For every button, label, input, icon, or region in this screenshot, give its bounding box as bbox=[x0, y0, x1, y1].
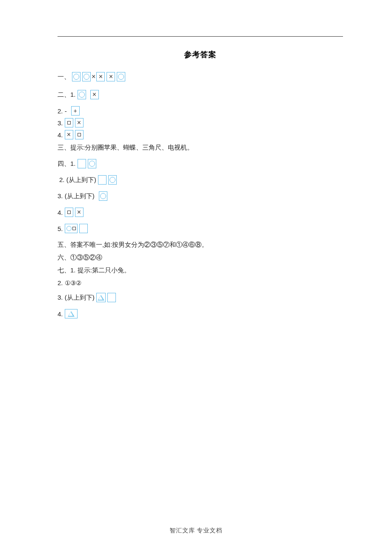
answer-line-2-2: 2. - + bbox=[58, 106, 343, 116]
label-4-4: 4. bbox=[58, 209, 63, 216]
answer-box: × bbox=[90, 90, 99, 99]
answer-box bbox=[65, 208, 73, 217]
circle-icon bbox=[110, 177, 115, 183]
answer-box bbox=[107, 293, 116, 302]
answer-box bbox=[65, 118, 73, 127]
answer-box bbox=[75, 130, 84, 139]
triangle-icon bbox=[98, 295, 104, 301]
circle-icon bbox=[100, 193, 106, 199]
answer-box: × bbox=[75, 118, 84, 127]
answer-line-3: 三、提示:分别圈苹果、蝴蝶、三角尺、电视机。 bbox=[58, 142, 343, 153]
answer-box bbox=[72, 72, 81, 81]
answer-box bbox=[78, 159, 86, 168]
page-title: 参考答案 bbox=[58, 49, 343, 60]
answer-line-4-4: 4. × bbox=[58, 207, 343, 217]
label-4-1: 四、1. bbox=[58, 160, 76, 168]
cross-icon: × bbox=[92, 73, 95, 80]
answer-line-7-1: 七、1. 提示:第二只小兔。 bbox=[58, 265, 343, 275]
label-4-5: 5. bbox=[58, 225, 63, 232]
circle-icon bbox=[84, 74, 89, 80]
answer-line-2-1: 二、1. × bbox=[58, 90, 343, 100]
answer-line-7-4: 4. bbox=[58, 309, 343, 319]
answer-line-4-1: 四、1. bbox=[58, 159, 343, 169]
answer-line-7-3: 3. (从上到下) bbox=[58, 292, 343, 303]
cross-icon: × bbox=[92, 91, 96, 98]
circle-icon bbox=[118, 74, 124, 80]
circle-icon bbox=[66, 226, 72, 231]
label-2-1: 二、1. bbox=[58, 91, 76, 99]
answer-line-4-5: 5. bbox=[58, 223, 343, 234]
answer-box: + bbox=[71, 106, 80, 116]
text-6: 六、①③⑤②④ bbox=[58, 254, 102, 262]
cross-icon: × bbox=[99, 73, 103, 80]
circle-icon bbox=[89, 161, 95, 167]
page-content: 参考答案 一、 × × × 二、1. × 2. - + 3. × 4. × 三、… bbox=[0, 0, 392, 342]
label-7-4: 4. bbox=[58, 310, 63, 318]
cross-icon: × bbox=[67, 131, 71, 138]
label-4-3: 3. (从上到下) bbox=[58, 192, 95, 200]
answer-box bbox=[88, 159, 96, 168]
square-icon bbox=[72, 227, 76, 230]
answer-box bbox=[65, 224, 78, 233]
answer-box bbox=[99, 191, 107, 201]
text-3: 三、提示:分别圈苹果、蝴蝶、三角尺、电视机。 bbox=[58, 144, 193, 152]
label-7-3: 3. (从上到下) bbox=[58, 294, 95, 302]
circle-icon bbox=[79, 92, 85, 98]
cross-icon: × bbox=[77, 119, 81, 126]
answer-box bbox=[117, 72, 125, 81]
answer-box bbox=[65, 309, 78, 318]
label-2-4: 4. bbox=[58, 131, 63, 139]
label-2-2: 2. - bbox=[58, 107, 67, 115]
answer-line-7-2: 2. ①③② bbox=[58, 278, 343, 288]
cross-icon: × bbox=[77, 209, 81, 216]
text-5: 五、答案不唯一,如:按男女分为②③⑤⑦和①④⑥⑧。 bbox=[58, 241, 208, 249]
cross-icon: × bbox=[109, 73, 113, 80]
answer-box: × bbox=[107, 72, 115, 81]
label-4-2: 2. (从上到下) bbox=[59, 176, 96, 184]
label-2-3: 3. bbox=[58, 119, 63, 127]
answer-box bbox=[108, 175, 117, 185]
answer-line-2-4: 4. × bbox=[58, 130, 343, 140]
square-icon bbox=[67, 211, 71, 214]
answer-box: × bbox=[75, 208, 84, 217]
square-icon bbox=[78, 133, 81, 136]
answer-box: × bbox=[65, 130, 73, 139]
square-icon bbox=[67, 121, 71, 124]
answer-line-6: 六、①③⑤②④ bbox=[58, 252, 343, 263]
page-footer: 智汇文库 专业文档 bbox=[0, 527, 392, 535]
answer-line-2-3: 3. × bbox=[58, 118, 343, 128]
triangle-icon bbox=[68, 311, 75, 317]
label-1: 一、 bbox=[58, 73, 70, 81]
text-7-1: 七、1. 提示:第二只小兔。 bbox=[58, 266, 130, 275]
text-7-2: 2. ①③② bbox=[58, 279, 81, 287]
answer-line-1: 一、 × × × bbox=[58, 72, 343, 82]
top-rule bbox=[58, 36, 343, 37]
answer-box bbox=[96, 293, 106, 302]
answer-line-4-3: 3. (从上到下) bbox=[58, 191, 343, 201]
answer-box bbox=[98, 175, 107, 185]
answer-line-4-2: 2. (从上到下) bbox=[58, 175, 343, 185]
answer-box bbox=[78, 90, 86, 99]
answer-box bbox=[79, 224, 88, 233]
answer-box bbox=[82, 72, 91, 81]
circle-icon bbox=[73, 74, 79, 80]
answer-line-5: 五、答案不唯一,如:按男女分为②③⑤⑦和①④⑥⑧。 bbox=[58, 240, 343, 250]
answer-box: × bbox=[96, 72, 105, 81]
plus-icon: + bbox=[74, 108, 77, 114]
